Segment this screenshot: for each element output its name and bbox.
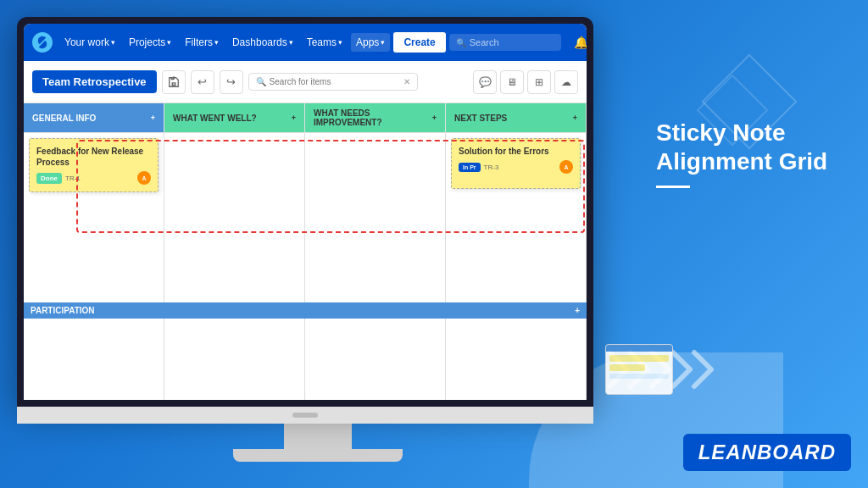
col-header-icon: + — [432, 114, 437, 122]
redo-btn[interactable]: ↪ — [220, 70, 243, 94]
chevron-down-icon: ▾ — [381, 38, 385, 47]
nav-projects[interactable]: Projects ▾ — [124, 33, 176, 52]
search-icon: 🔍 — [456, 38, 466, 47]
sticky-note-1[interactable]: Feedback for New Release Process Done TR… — [29, 138, 159, 192]
sticky-note-title-1: Feedback for New Release Process — [36, 146, 151, 168]
right-panel-title: Sticky Note Alignment Grid — [656, 119, 843, 175]
search-input[interactable] — [470, 37, 554, 47]
ticket-id-1: TR-1 — [65, 175, 81, 182]
participation-col-1[interactable] — [24, 319, 164, 400]
col-header-next-steps: NEXT STEPS + — [446, 103, 587, 133]
nav-filters[interactable]: Filters ▾ — [180, 33, 224, 52]
participation-body — [24, 319, 587, 400]
board-columns-area: Feedback for New Release Process Done TR… — [24, 133, 587, 302]
status-badge-1: Done — [36, 173, 62, 184]
jira-logo — [32, 32, 53, 53]
monitor-stand-neck — [284, 424, 352, 449]
undo-btn[interactable]: ↩ — [191, 70, 214, 94]
sticky-footer-1: Done TR-1 A — [36, 171, 151, 185]
title-line-1: Sticky Note — [656, 119, 786, 146]
monitor-screen-wrapper: Your work ▾ Projects ▾ Filters ▾ Dashboa… — [17, 17, 593, 407]
col-header-general-info: GENERAL INFO + — [24, 103, 164, 133]
nav-your-work[interactable]: Your work ▾ — [59, 33, 120, 52]
participation-header: PARTICIPATION + — [24, 302, 587, 319]
clear-search-icon[interactable]: ✕ — [403, 77, 410, 86]
toolbar-search-input[interactable] — [270, 77, 400, 86]
chevron-down-icon: ▾ — [111, 38, 115, 47]
col-header-icon: + — [573, 114, 577, 122]
leanboard-logo: LEANBOARD — [683, 434, 851, 471]
search-icon: 🔍 — [256, 77, 266, 86]
board-col-went-well[interactable] — [164, 133, 305, 302]
board-toolbar: Team Retrospective ↩ ↪ 🔍 ✕ 💬 🖥 ⊞ — [24, 61, 587, 103]
col-header-needs-improvement: WHAT NEEDS IMPROVEMENT? + — [305, 103, 446, 133]
nav-dashboards[interactable]: Dashboards ▾ — [227, 33, 298, 52]
participation-col-2[interactable] — [164, 319, 305, 400]
nav-search-bar[interactable]: 🔍 — [449, 34, 561, 51]
toolbar-right-icons: 💬 🖥 ⊞ ☁ — [473, 70, 578, 94]
board-title[interactable]: Team Retrospective — [32, 70, 157, 93]
grid-icon-btn[interactable]: ⊞ — [527, 70, 551, 94]
participation-col-3[interactable] — [305, 319, 446, 400]
board-body: GENERAL INFO + WHAT WENT WELL? + WHAT NE… — [24, 103, 587, 400]
monitor-icon-btn[interactable]: 🖥 — [500, 70, 524, 94]
sticky-footer-2: In Pr TR-3 A — [459, 160, 573, 174]
create-button[interactable]: Create — [393, 32, 445, 53]
chevron-down-icon: ▾ — [214, 38, 219, 47]
monitor-base — [233, 449, 403, 462]
save-icon-btn[interactable] — [162, 70, 186, 94]
nav-icons-group: 🔔 ? U — [571, 32, 587, 53]
col-header-icon: + — [151, 114, 155, 122]
ticket-id-2: TR-3 — [484, 164, 499, 171]
assignee-avatar-2: A — [559, 160, 573, 174]
comment-icon-btn[interactable]: 💬 — [473, 70, 497, 94]
toolbar-search[interactable]: 🔍 ✕ — [248, 73, 418, 91]
board-col-needs-improvement[interactable] — [305, 133, 446, 302]
participation-section: PARTICIPATION + — [24, 302, 587, 400]
monitor-bezel: Your work ▾ Projects ▾ Filters ▾ Dashboa… — [24, 24, 587, 400]
bell-icon[interactable]: 🔔 — [571, 32, 587, 53]
sticky-note-2[interactable]: Solution for the Errors In Pr TR-3 A — [451, 138, 581, 189]
column-headers: GENERAL INFO + WHAT WENT WELL? + WHAT NE… — [24, 103, 587, 133]
cloud-icon-btn[interactable]: ☁ — [554, 70, 578, 94]
nav-teams[interactable]: Teams ▾ — [302, 33, 348, 52]
participation-col-4[interactable] — [446, 319, 587, 400]
board-col-general-info[interactable]: Feedback for New Release Process Done TR… — [24, 133, 164, 302]
jira-navbar: Your work ▾ Projects ▾ Filters ▾ Dashboa… — [24, 24, 587, 61]
assignee-avatar-1: A — [137, 171, 151, 185]
status-badge-2: In Pr — [459, 163, 481, 172]
col-header-went-well: WHAT WENT WELL? + — [164, 103, 305, 133]
monitor-container: Your work ▾ Projects ▾ Filters ▾ Dashboa… — [17, 17, 619, 474]
chevron-down-icon: ▾ — [167, 38, 171, 47]
sticky-note-title-2: Solution for the Errors — [459, 146, 573, 157]
col-header-icon: + — [292, 114, 296, 122]
nav-apps[interactable]: Apps ▾ — [351, 33, 390, 52]
chevron-down-icon: ▾ — [289, 38, 293, 47]
title-line-2: Alignment Grid — [656, 148, 827, 175]
participation-icon: + — [575, 306, 580, 315]
mini-preview-card — [605, 344, 673, 395]
board-col-next-steps[interactable]: Solution for the Errors In Pr TR-3 A — [446, 133, 587, 302]
right-panel-divider — [656, 186, 690, 188]
right-panel: Sticky Note Alignment Grid — [656, 119, 843, 188]
monitor-screen: Your work ▾ Projects ▾ Filters ▾ Dashboa… — [24, 24, 587, 400]
monitor-stand-top — [17, 407, 593, 424]
chevron-down-icon: ▾ — [338, 38, 342, 47]
